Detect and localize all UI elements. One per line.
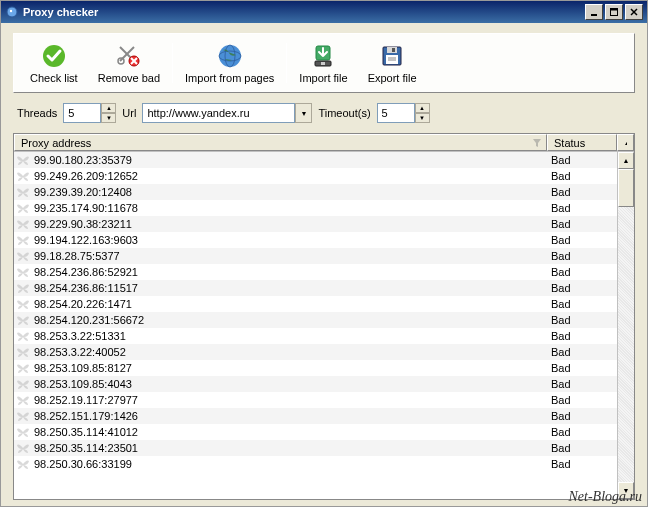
check-list-label: Check list <box>30 72 78 84</box>
table-row[interactable]: 99.194.122.163:9603Bad <box>14 232 617 248</box>
timeout-up[interactable]: ▲ <box>415 103 430 113</box>
table-row[interactable]: 98.252.151.179:1426Bad <box>14 408 617 424</box>
butterfly-icon <box>14 426 32 438</box>
scroll-up[interactable]: ▲ <box>618 152 634 169</box>
table-row[interactable]: 98.254.20.226:1471Bad <box>14 296 617 312</box>
url-combo[interactable]: ▼ <box>142 103 312 123</box>
scroll-header-spacer[interactable] <box>617 134 634 151</box>
table-row[interactable]: 98.254.120.231:56672Bad <box>14 312 617 328</box>
butterfly-icon <box>14 458 32 470</box>
table-row[interactable]: 98.252.19.117:27977Bad <box>14 392 617 408</box>
timeout-input[interactable] <box>377 103 415 123</box>
timeout-down[interactable]: ▼ <box>415 113 430 123</box>
column-status[interactable]: Status <box>547 134 617 151</box>
table-row[interactable]: 98.250.35.114:23501Bad <box>14 440 617 456</box>
proxy-address-cell: 99.235.174.90:11678 <box>32 202 547 214</box>
butterfly-icon <box>14 442 32 454</box>
status-cell: Bad <box>547 330 617 342</box>
table-row[interactable]: 99.18.28.75:5377Bad <box>14 248 617 264</box>
table-row[interactable]: 98.253.109.85:8127Bad <box>14 360 617 376</box>
proxy-address-cell: 99.90.180.23:35379 <box>32 154 547 166</box>
status-cell: Bad <box>547 314 617 326</box>
table-row[interactable]: 99.239.39.20:12408Bad <box>14 184 617 200</box>
import-pages-label: Import from pages <box>185 72 274 84</box>
butterfly-icon <box>14 234 32 246</box>
table-row[interactable]: 99.229.90.38:23211Bad <box>14 216 617 232</box>
proxy-address-cell: 98.252.19.117:27977 <box>32 394 547 406</box>
toolbar: Check list Remove bad Import from pages <box>13 33 635 93</box>
table-row[interactable]: 98.250.35.114:41012Bad <box>14 424 617 440</box>
table-row[interactable]: 98.254.236.86:11517Bad <box>14 280 617 296</box>
url-dropdown-button[interactable]: ▼ <box>295 103 312 123</box>
toolbar-separator <box>172 43 173 83</box>
minimize-button[interactable] <box>585 4 603 20</box>
app-window: Proxy checker Check list Remove bad <box>0 0 648 507</box>
status-cell: Bad <box>547 266 617 278</box>
table-row[interactable]: 98.253.3.22:40052Bad <box>14 344 617 360</box>
table-row[interactable]: 98.250.30.66:33199Bad <box>14 456 617 472</box>
export-file-button[interactable]: Export file <box>358 38 427 88</box>
url-input[interactable] <box>142 103 295 123</box>
export-file-label: Export file <box>368 72 417 84</box>
table-row[interactable]: 99.235.174.90:11678Bad <box>14 200 617 216</box>
import-file-button[interactable]: Import file <box>289 38 357 88</box>
status-cell: Bad <box>547 362 617 374</box>
threads-up[interactable]: ▲ <box>101 103 116 113</box>
timeout-spinner[interactable]: ▲ ▼ <box>377 103 430 123</box>
check-list-button[interactable]: Check list <box>20 38 88 88</box>
svg-rect-4 <box>611 9 618 11</box>
table-row[interactable]: 99.90.180.23:35379Bad <box>14 152 617 168</box>
scroll-track[interactable] <box>618 169 634 482</box>
butterfly-icon <box>14 154 32 166</box>
url-label: Url <box>122 107 136 119</box>
svg-point-0 <box>7 7 17 17</box>
status-cell: Bad <box>547 346 617 358</box>
status-cell: Bad <box>547 378 617 390</box>
status-cell: Bad <box>547 442 617 454</box>
status-cell: Bad <box>547 298 617 310</box>
list-header: Proxy address Status <box>14 134 634 152</box>
proxy-address-cell: 98.253.3.22:51331 <box>32 330 547 342</box>
content-area: Check list Remove bad Import from pages <box>1 23 647 506</box>
status-cell: Bad <box>547 410 617 422</box>
threads-input[interactable] <box>63 103 101 123</box>
table-row[interactable]: 98.253.3.22:51331Bad <box>14 328 617 344</box>
threads-down[interactable]: ▼ <box>101 113 116 123</box>
butterfly-icon <box>14 330 32 342</box>
window-title: Proxy checker <box>23 6 98 18</box>
svg-rect-23 <box>392 48 395 52</box>
table-row[interactable]: 98.253.109.85:4043Bad <box>14 376 617 392</box>
title-bar[interactable]: Proxy checker <box>1 1 647 23</box>
status-cell: Bad <box>547 250 617 262</box>
status-cell: Bad <box>547 218 617 230</box>
butterfly-icon <box>14 218 32 230</box>
table-row[interactable]: 98.254.236.86:52921Bad <box>14 264 617 280</box>
butterfly-icon <box>14 186 32 198</box>
butterfly-icon <box>14 314 32 326</box>
import-pages-button[interactable]: Import from pages <box>175 38 284 88</box>
proxy-address-cell: 99.249.26.209:12652 <box>32 170 547 182</box>
proxy-address-cell: 98.254.120.231:56672 <box>32 314 547 326</box>
vertical-scrollbar[interactable]: ▲ ▼ <box>617 152 634 499</box>
table-row[interactable]: 99.249.26.209:12652Bad <box>14 168 617 184</box>
threads-spinner[interactable]: ▲ ▼ <box>63 103 116 123</box>
butterfly-icon <box>14 266 32 278</box>
toolbar-separator <box>286 43 287 83</box>
column-address[interactable]: Proxy address <box>14 134 547 151</box>
proxy-address-cell: 98.254.20.226:1471 <box>32 298 547 310</box>
filter-icon[interactable] <box>532 138 542 150</box>
svg-rect-20 <box>321 62 325 65</box>
proxy-address-cell: 99.18.28.75:5377 <box>32 250 547 262</box>
svg-point-1 <box>10 10 12 12</box>
scroll-thumb[interactable] <box>618 169 634 207</box>
proxy-address-cell: 98.250.35.114:41012 <box>32 426 547 438</box>
remove-bad-button[interactable]: Remove bad <box>88 38 170 88</box>
maximize-button[interactable] <box>605 4 623 20</box>
svg-point-15 <box>219 45 241 67</box>
status-cell: Bad <box>547 186 617 198</box>
import-file-label: Import file <box>299 72 347 84</box>
export-file-icon <box>378 42 406 70</box>
close-button[interactable] <box>625 4 643 20</box>
butterfly-icon <box>14 346 32 358</box>
proxy-address-cell: 98.254.236.86:52921 <box>32 266 547 278</box>
